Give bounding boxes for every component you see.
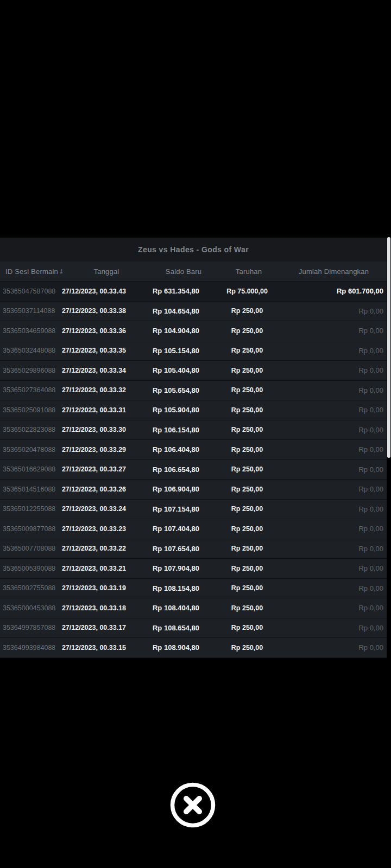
cell-date: 27/12/2023, 00.33.17 [60,624,128,631]
cell-bet: Rp 250,00 [224,604,270,612]
cell-date: 27/12/2023, 00.33.30 [60,426,128,433]
cell-session-id: 35365009877088 [0,525,60,533]
cell-new-balance: Rp 105.654,80 [128,386,224,394]
cell-date: 27/12/2023, 00.33.34 [60,367,128,374]
cell-amount-won: Rp 0,00 [270,307,387,315]
dialog-title: Zeus vs Hades - Gods of War [138,245,249,254]
cell-session-id: 35365027364088 [0,386,60,394]
cell-amount-won: Rp 0,00 [270,564,387,572]
table-header-row: ID Sesi Bermain # Tanggal Saldo Baru Tar… [0,261,387,282]
cell-session-id: 35365005390088 [0,565,60,572]
cell-new-balance: Rp 104.904,80 [128,327,224,335]
cell-new-balance: Rp 631.354,80 [128,287,224,295]
column-header-bet: Taruhan [217,267,281,276]
cell-amount-won: Rp 0,00 [270,525,387,533]
table-row: 35365002755088 27/12/2023, 00.33.19 Rp 1… [0,579,387,599]
cell-date: 27/12/2023, 00.33.18 [60,604,128,612]
scrollbar-thumb[interactable] [387,237,390,458]
cell-bet: Rp 75.000,00 [224,288,270,295]
cell-session-id: 35365007708088 [0,545,60,552]
cell-amount-won: Rp 0,00 [270,604,387,612]
table-row: 35365025091088 27/12/2023, 00.33.31 Rp 1… [0,400,387,420]
cell-date: 27/12/2023, 00.33.27 [60,465,128,473]
cell-date: 27/12/2023, 00.33.23 [60,525,128,533]
cell-session-id: 35365014516088 [0,486,60,493]
cell-amount-won: Rp 0,00 [270,465,387,474]
cell-date: 27/12/2023, 00.33.21 [60,565,128,572]
cell-new-balance: Rp 106.654,80 [128,465,224,474]
cell-session-id: 35365002755088 [0,584,60,592]
cell-amount-won: Rp 0,00 [270,347,387,355]
cell-new-balance: Rp 107.154,80 [128,505,224,513]
cell-session-id: 35365020478088 [0,446,60,454]
cell-bet: Rp 250,00 [224,545,270,552]
cell-bet: Rp 250,00 [224,644,270,652]
table-row: 35364997857088 27/12/2023, 00.33.17 Rp 1… [0,618,387,639]
table-row: 35365016629088 27/12/2023, 00.33.27 Rp 1… [0,460,387,480]
cell-amount-won: Rp 0,00 [270,485,387,493]
cell-date: 27/12/2023, 00.33.29 [60,446,128,454]
cell-session-id: 35365047587088 [0,288,60,295]
cell-bet: Rp 250,00 [224,505,270,513]
table-row: 35365027364088 27/12/2023, 00.33.32 Rp 1… [0,381,387,401]
cell-date: 27/12/2023, 00.33.36 [60,327,128,335]
cell-new-balance: Rp 107.404,80 [128,525,224,533]
table-row: 35365029896088 27/12/2023, 00.33.34 Rp 1… [0,361,387,381]
cell-session-id: 35365022823088 [0,426,60,433]
cell-bet: Rp 250,00 [224,584,270,592]
cell-date: 27/12/2023, 00.33.43 [60,288,128,295]
cell-new-balance: Rp 106.154,80 [128,426,224,434]
cell-bet: Rp 250,00 [224,565,270,572]
table-row: 35365012255088 27/12/2023, 00.33.24 Rp 1… [0,500,387,520]
cell-bet: Rp 250,00 [224,465,270,473]
table-row: 35365020478088 27/12/2023, 00.33.29 Rp 1… [0,440,387,460]
cell-new-balance: Rp 108.654,80 [128,624,224,632]
cell-new-balance: Rp 107.904,80 [128,564,224,572]
table-row: 35365014516088 27/12/2023, 00.33.26 Rp 1… [0,480,387,500]
cell-date: 27/12/2023, 00.33.19 [60,584,128,592]
cell-new-balance: Rp 108.404,80 [128,604,224,612]
cell-amount-won: Rp 0,00 [270,445,387,454]
cell-amount-won: Rp 0,00 [270,386,387,394]
table-row: 35365007708088 27/12/2023, 00.33.22 Rp 1… [0,539,387,559]
cell-new-balance: Rp 105.154,80 [128,347,224,355]
cell-new-balance: Rp 108.904,80 [128,643,224,652]
cell-date: 27/12/2023, 00.33.35 [60,347,128,354]
cell-bet: Rp 250,00 [224,446,270,454]
table-row: 35365032448088 27/12/2023, 00.33.35 Rp 1… [0,341,387,361]
game-history-dialog: Zeus vs Hades - Gods of War ID Sesi Berm… [0,238,387,658]
table-row: 35364993984088 27/12/2023, 00.33.15 Rp 1… [0,638,387,658]
cell-date: 27/12/2023, 00.33.22 [60,545,128,552]
close-button[interactable] [170,782,216,828]
history-table-body: 35365047587088 27/12/2023, 00.33.43 Rp 6… [0,282,387,658]
cell-amount-won: Rp 0,00 [270,406,387,414]
cell-amount-won: Rp 0,00 [270,327,387,335]
table-row: 35365009877088 27/12/2023, 00.33.23 Rp 1… [0,519,387,539]
column-header-new-balance: Saldo Baru [150,267,217,276]
cell-bet: Rp 250,00 [224,624,270,631]
cell-session-id: 35365034659088 [0,327,60,335]
column-header-session-id: ID Sesi Bermain # [0,267,62,276]
cell-session-id: 35365037114088 [0,307,60,315]
cell-new-balance: Rp 107.654,80 [128,545,224,553]
cell-bet: Rp 250,00 [224,347,270,354]
cell-new-balance: Rp 105.404,80 [128,366,224,374]
cell-bet: Rp 250,00 [224,406,270,414]
cell-session-id: 35365016629088 [0,465,60,473]
table-row: 35365037114088 27/12/2023, 00.33.38 Rp 1… [0,302,387,322]
table-row: 35365034659088 27/12/2023, 00.33.36 Rp 1… [0,321,387,341]
cell-amount-won: Rp 0,00 [270,545,387,553]
column-header-amount-won: Jumlah Dimenangkan [281,267,387,276]
cell-amount-won: Rp 601.700,00 [270,287,387,295]
cell-bet: Rp 250,00 [224,525,270,533]
cell-amount-won: Rp 0,00 [270,366,387,374]
cell-session-id: 35364993984088 [0,644,60,652]
cell-bet: Rp 250,00 [224,386,270,394]
table-row: 35365000453088 27/12/2023, 00.33.18 Rp 1… [0,598,387,618]
cell-bet: Rp 250,00 [224,307,270,315]
table-row: 35365022823088 27/12/2023, 00.33.30 Rp 1… [0,420,387,441]
cell-date: 27/12/2023, 00.33.32 [60,386,128,394]
cell-new-balance: Rp 104.654,80 [128,307,224,315]
cell-session-id: 35365012255088 [0,505,60,513]
cell-new-balance: Rp 106.404,80 [128,445,224,454]
